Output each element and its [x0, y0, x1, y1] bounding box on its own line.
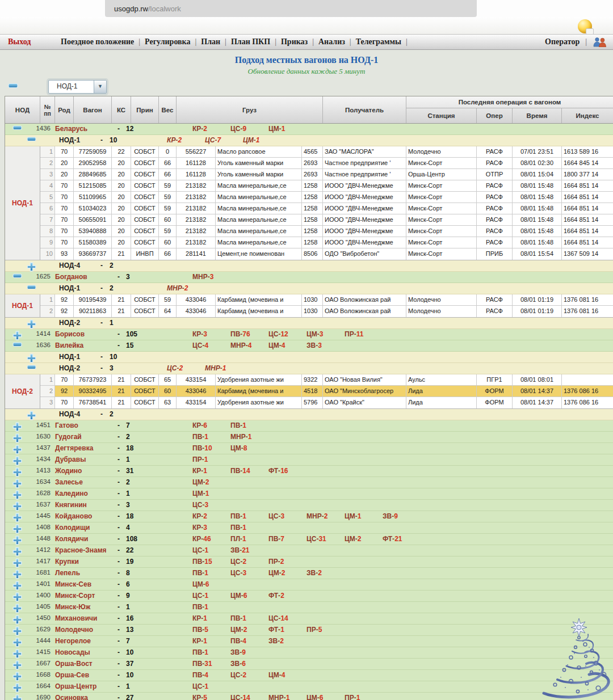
- expand-icon[interactable]: [27, 411, 36, 420]
- collapse-icon[interactable]: [12, 342, 22, 347]
- collapse-icon[interactable]: [27, 137, 36, 142]
- category-prefix: ФТ-: [268, 467, 280, 475]
- category-prefix: ПВ-: [230, 467, 242, 475]
- expand-icon[interactable]: [27, 319, 36, 329]
- station-name: Княгинин: [55, 501, 87, 509]
- category-count: ЦС-7: [205, 136, 221, 144]
- expand-icon[interactable]: [12, 513, 22, 522]
- nod-select[interactable]: НОД-1 ▼: [48, 80, 107, 94]
- col-ves: Вес: [159, 96, 177, 123]
- expand-icon[interactable]: [12, 570, 22, 579]
- count-dash: -: [117, 626, 120, 634]
- station-code: 1690: [27, 694, 51, 700]
- expand-icon[interactable]: [12, 479, 22, 488]
- cell-gkod: 161128: [177, 169, 216, 180]
- collapse-all-icon[interactable]: [8, 83, 18, 88]
- dropdown-arrow-icon[interactable]: ▼: [94, 81, 106, 93]
- category-value: 1: [204, 648, 208, 656]
- menu-item-2[interactable]: План: [198, 37, 223, 47]
- users-icon[interactable]: [593, 37, 607, 47]
- expand-icon[interactable]: [12, 638, 22, 647]
- wagon-row[interactable]: 5705110996520СОБСТ59213182Масла минераль…: [40, 192, 613, 203]
- cell-ves: 66: [159, 248, 177, 260]
- expand-icon[interactable]: [12, 524, 22, 534]
- category-prefix: ЗВ-: [230, 648, 242, 656]
- expand-icon[interactable]: [12, 649, 22, 659]
- help-balloon-icon[interactable]: [578, 19, 592, 33]
- wagon-row[interactable]: 2929021186321СОБСТ64433046Карбамид (моче…: [40, 306, 613, 317]
- collapse-icon[interactable]: [27, 365, 36, 370]
- expand-icon[interactable]: [12, 445, 22, 454]
- menu-item-1[interactable]: Регулировка: [142, 37, 193, 47]
- wagon-row[interactable]: 10939366973721ИНВП66281141Цемент,не поим…: [40, 248, 613, 260]
- cell-vagon: 51215085: [74, 180, 112, 191]
- collapse-icon[interactable]: [12, 125, 22, 130]
- wagon-row[interactable]: 2929033249521СОБСТ60433046Карбамид (моче…: [40, 386, 613, 397]
- url-bar[interactable]: usogdp.rw/localwork: [105, 0, 477, 17]
- expand-icon[interactable]: [27, 262, 36, 272]
- expand-icon[interactable]: [12, 467, 22, 477]
- cell-rod: 20: [55, 169, 74, 180]
- category-prefix: ЦС-: [230, 558, 242, 566]
- wagon-row[interactable]: 1929019543921СОБСТ59433046Карбамид (моче…: [40, 294, 613, 306]
- wagon-row[interactable]: 2202905295820СОБСТ66161128Уголь каменный…: [40, 158, 613, 169]
- menu-item-3[interactable]: План ПКП: [228, 37, 273, 47]
- expand-icon[interactable]: [12, 581, 22, 591]
- menu-item-0[interactable]: Поездное положение: [58, 37, 137, 47]
- expand-icon[interactable]: [12, 331, 22, 340]
- expand-icon[interactable]: [12, 683, 22, 693]
- wagon-row[interactable]: 1707673792321СОБСТ65433154Удобрения азот…: [40, 374, 613, 386]
- expand-icon[interactable]: [12, 501, 22, 511]
- cell-rod: 92: [55, 294, 74, 305]
- collapse-icon[interactable]: [12, 273, 22, 279]
- station-code: 1445: [27, 512, 51, 519]
- expand-icon[interactable]: [27, 353, 36, 363]
- wagon-row[interactable]: 1707725905922СОБСТ0556227Масло рапсовое4…: [40, 146, 613, 158]
- station-row: 1405Минск-Юж-1ПВ-1: [5, 602, 613, 613]
- expand-icon[interactable]: [12, 604, 22, 613]
- wagon-row[interactable]: 3707673854121СОБСТ63433154Удобрения азот…: [40, 397, 613, 408]
- wagon-row[interactable]: 7705065509120СОБСТ60213182Масла минераль…: [40, 214, 613, 226]
- nod-group-name: НОД-2: [59, 364, 80, 372]
- expand-icon[interactable]: [12, 547, 22, 556]
- expand-icon[interactable]: [12, 535, 22, 545]
- col-ks: КС: [112, 96, 131, 123]
- station-row: 1417Крупки-19ПВ-15ЦС-2ПР-2: [5, 556, 613, 568]
- expand-icon[interactable]: [12, 672, 22, 681]
- wagon-row[interactable]: 6705103402320СОБСТ59213182Масла минераль…: [40, 203, 613, 214]
- cell-rod: 70: [55, 226, 74, 237]
- menu-item-5[interactable]: Анализ: [316, 37, 348, 47]
- menu-item-6[interactable]: Телеграммы: [353, 37, 404, 47]
- cell-ves: 65: [159, 374, 177, 385]
- wagon-row[interactable]: 3202884968520СОБСТ66161128Уголь каменный…: [40, 169, 613, 180]
- category-value: 2: [203, 512, 207, 520]
- count-dash: -: [117, 330, 120, 338]
- cell-op: ФОРМ: [477, 386, 513, 397]
- category-count: ПВ-1: [192, 433, 208, 441]
- collapse-icon[interactable]: [27, 285, 36, 290]
- menu-item-4[interactable]: Приказ: [278, 37, 310, 47]
- expand-icon[interactable]: [12, 660, 22, 670]
- expand-icon[interactable]: [12, 490, 22, 500]
- expand-icon[interactable]: [12, 694, 22, 700]
- expand-icon[interactable]: [12, 592, 22, 602]
- cell-gkod: 213182: [177, 237, 216, 248]
- expand-icon[interactable]: [12, 433, 22, 443]
- exit-link[interactable]: Выход: [8, 37, 49, 47]
- expand-icon[interactable]: [12, 626, 22, 636]
- category-count: ЦМ-1: [192, 490, 209, 497]
- wagon-row[interactable]: 4705121508520СОБСТ59213182Масла минераль…: [40, 180, 613, 192]
- station-row: 1634Залесье-2ЦМ-2: [5, 477, 613, 488]
- wagon-count: 7: [126, 421, 130, 429]
- wagon-row[interactable]: 8705394088820СОБСТ59213182Масла минераль…: [40, 226, 613, 237]
- expand-icon[interactable]: [12, 456, 22, 466]
- category-count: ФТ-16: [268, 467, 288, 475]
- cell-rod: 70: [55, 192, 74, 203]
- expand-icon[interactable]: [12, 422, 22, 432]
- expand-icon[interactable]: [12, 558, 22, 568]
- wagon-row[interactable]: 9705158038920СОБСТ60213182Масла минераль…: [40, 237, 613, 248]
- expand-icon[interactable]: [12, 615, 22, 625]
- category-count: КР-1: [192, 467, 207, 475]
- category-count: ПВ-1: [230, 614, 246, 622]
- category-value: 2: [282, 569, 285, 577]
